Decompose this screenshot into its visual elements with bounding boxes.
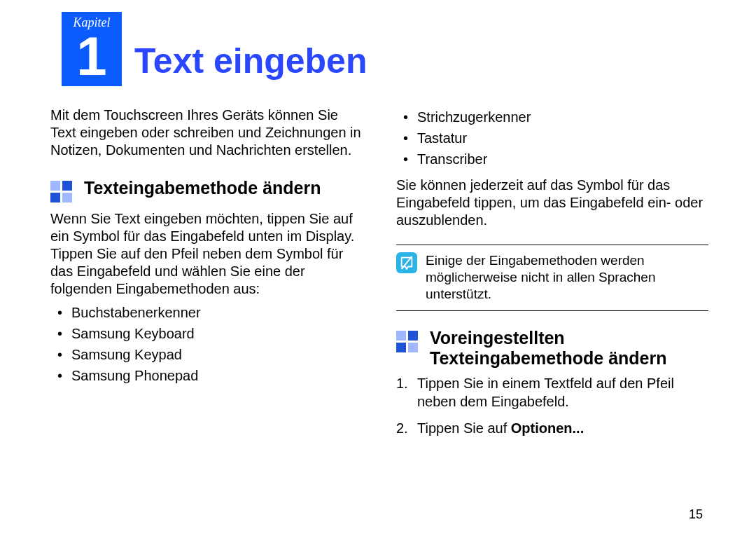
list-item: Samsung Keypad: [50, 344, 363, 365]
step-text-bold: Optionen...: [511, 420, 584, 436]
section-squares-icon: [396, 331, 420, 355]
note-text: Einige der Eingabemethoden werden möglic…: [426, 252, 708, 302]
step-item: 1. Tippen Sie in einem Textfeld auf den …: [396, 374, 708, 411]
page-number: 15: [689, 507, 703, 522]
intro-paragraph: Mit dem Touchscreen Ihres Geräts können …: [50, 106, 363, 159]
section-squares-icon: [50, 181, 74, 205]
chapter-number: 1: [62, 29, 122, 83]
content-columns: Mit dem Touchscreen Ihres Geräts können …: [50, 106, 708, 446]
note-box: Einige der Eingabemethoden werden möglic…: [396, 245, 708, 311]
section-header: Voreingestellten Texteingabemethode ände…: [396, 328, 708, 369]
section-title: Voreingestellten Texteingabemethode ände…: [430, 328, 708, 369]
page-title: Text eingeben: [134, 41, 367, 81]
step-number: 1.: [396, 374, 408, 392]
step-text: Tippen Sie in einem Textfeld auf den Pfe…: [417, 376, 674, 409]
list-item: Buchstabenerkenner: [50, 302, 363, 323]
right-column: Strichzugerkenner Tastatur Transcriber S…: [396, 106, 708, 446]
section-header: Texteingabemethode ändern: [50, 178, 363, 205]
note-icon: [396, 252, 417, 273]
section-change-input-method: Texteingabemethode ändern Wenn Sie Text …: [50, 178, 363, 386]
steps-list: 1. Tippen Sie in einem Textfeld auf den …: [396, 374, 708, 437]
section-body: Wenn Sie Text eingeben möchten, tippen S…: [50, 210, 363, 298]
section-title: Texteingabemethode ändern: [84, 178, 321, 198]
list-item: Strichzugerkenner: [396, 106, 708, 128]
section-default-input-method: Voreingestellten Texteingabemethode ände…: [396, 328, 708, 437]
step-item: 2. Tippen Sie auf Optionen...: [396, 419, 708, 437]
method-list-left: Buchstabenerkenner Samsung Keyboard Sams…: [50, 302, 363, 386]
document-page: Kapitel 1 Text eingeben Mit dem Touchscr…: [0, 0, 756, 536]
step-text-prefix: Tippen Sie auf: [417, 420, 511, 436]
step-number: 2.: [396, 419, 408, 437]
list-item: Samsung Phonepad: [50, 365, 363, 386]
info-paragraph: Sie können jederzeit auf das Symbol für …: [396, 177, 708, 229]
method-list-right: Strichzugerkenner Tastatur Transcriber: [396, 106, 708, 170]
chapter-badge: Kapitel 1: [62, 12, 122, 86]
left-column: Mit dem Touchscreen Ihres Geräts können …: [50, 106, 363, 446]
list-item: Tastatur: [396, 128, 708, 149]
list-item: Transcriber: [396, 149, 708, 170]
list-item: Samsung Keyboard: [50, 323, 363, 344]
